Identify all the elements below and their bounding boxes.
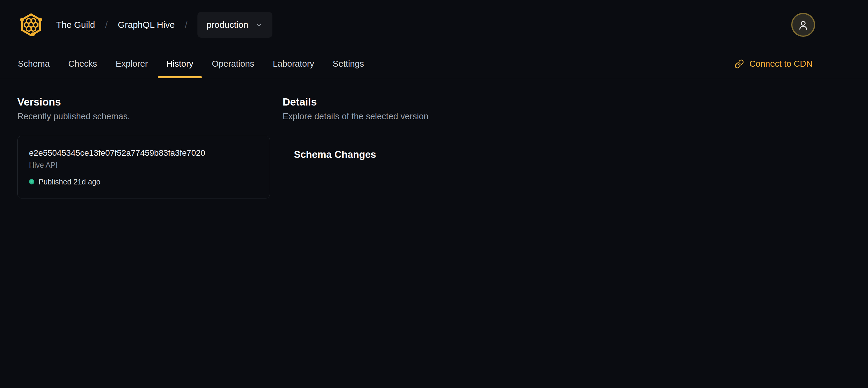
target-selector-value: production <box>207 20 248 30</box>
version-list-item[interactable]: e2e55045345ce13fe07f52a77459b83fa3fe7020… <box>22 140 266 194</box>
breadcrumb-separator: / <box>185 20 187 30</box>
breadcrumb-org[interactable]: The Guild <box>56 20 95 30</box>
connect-to-cdn-link[interactable]: Connect to CDN <box>735 50 812 78</box>
version-service: Hive API <box>29 160 258 170</box>
chevron-down-icon <box>254 20 264 29</box>
tab-operations[interactable]: Operations <box>203 50 264 78</box>
breadcrumb: The Guild / GraphQL Hive / production <box>56 12 272 38</box>
tab-checks[interactable]: Checks <box>59 50 106 78</box>
tab-schema[interactable]: Schema <box>9 50 59 78</box>
target-nav: SchemaChecksExplorerHistoryOperationsLab… <box>0 50 868 78</box>
person-icon <box>797 19 809 31</box>
tab-laboratory[interactable]: Laboratory <box>264 50 323 78</box>
tab-history[interactable]: History <box>157 50 203 78</box>
schema-changes-title: Schema Changes <box>294 149 815 160</box>
connect-to-cdn-label: Connect to CDN <box>749 59 812 69</box>
version-hash: e2e55045345ce13fe07f52a77459b83fa3fe7020 <box>29 148 258 158</box>
main-content: Versions Recently published schemas. e2e… <box>0 78 868 199</box>
schema-changes: Schema Changes <box>294 149 815 160</box>
nav-tabs: SchemaChecksExplorerHistoryOperationsLab… <box>9 50 373 78</box>
version-status-text: Published 21d ago <box>38 177 100 186</box>
tab-explorer[interactable]: Explorer <box>106 50 157 78</box>
breadcrumb-project[interactable]: GraphQL Hive <box>118 20 175 30</box>
published-dot-icon <box>29 179 34 184</box>
version-status: Published 21d ago <box>29 177 258 186</box>
details-subtitle: Explore details of the selected version <box>283 111 428 121</box>
versions-panel: Versions Recently published schemas. e2e… <box>17 96 270 199</box>
versions-title: Versions <box>17 96 270 108</box>
details-header: Details Explore details of the selected … <box>283 96 815 121</box>
details-heading-block: Details Explore details of the selected … <box>283 96 428 121</box>
tab-settings[interactable]: Settings <box>323 50 373 78</box>
user-avatar-button[interactable] <box>791 13 815 37</box>
link-icon <box>735 59 744 69</box>
versions-subtitle: Recently published schemas. <box>17 111 270 121</box>
versions-list: e2e55045345ce13fe07f52a77459b83fa3fe7020… <box>17 136 270 199</box>
details-title: Details <box>283 96 428 108</box>
breadcrumb-separator: / <box>105 20 107 30</box>
target-selector-dropdown[interactable]: production <box>197 12 272 38</box>
top-header: The Guild / GraphQL Hive / production <box>0 0 868 50</box>
hive-logo-icon[interactable] <box>17 11 45 38</box>
details-panel: Details Explore details of the selected … <box>283 96 815 175</box>
